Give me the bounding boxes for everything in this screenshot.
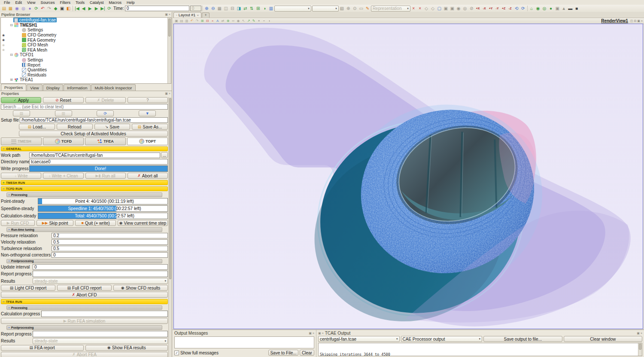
copy-properties-button[interactable]: ▤ [13,110,30,116]
open-file-icon[interactable]: ▤ [1,5,7,12]
save-defaults-button[interactable]: ▼ [139,110,156,116]
work-path-input[interactable] [29,153,160,158]
reset-button[interactable]: ⊘Reset [43,97,83,103]
pipeline-tree-item[interactable]: Report [1,62,171,67]
rv-text-icon[interactable]: A [215,18,220,24]
rv-remove-icon[interactable]: ⊟ [205,18,210,24]
stream-select-combo[interactable]: CAE Processor output▾ [401,336,483,342]
help-button[interactable]: ? [128,97,168,103]
fea-results-combo[interactable]: steady-state▾ [33,338,168,344]
properties-scrollbar[interactable] [168,97,172,357]
undock-icon[interactable]: ▣ [165,92,168,95]
quit-write-button[interactable]: ■Quit (+ write) [75,220,115,226]
pipeline-tree-item[interactable]: Quantities [1,67,171,73]
tuning-field-input[interactable] [52,233,168,238]
menu-item[interactable]: Catalyst [88,0,106,5]
color-by-icon[interactable]: ▦ [216,5,223,12]
zoom-closest-icon[interactable]: ● [548,5,554,12]
view-current-time-step-button[interactable]: ◉View current time step [118,220,168,226]
rescale-custom-icon[interactable]: ◨ [236,5,242,12]
time-input[interactable] [125,6,189,11]
hover-points-icon[interactable]: ◎ [462,5,468,12]
tree-expander-icon[interactable]: ⊞ [9,78,13,82]
menu-item[interactable]: File [2,0,12,5]
undock-icon[interactable]: ▣ [165,13,168,16]
log-scrollbar[interactable] [638,343,642,356]
menu-item[interactable]: Tools [73,0,87,5]
panel-tab[interactable]: Properties [1,84,26,91]
panel-tab[interactable]: Multi-block Inspector [91,84,135,91]
show-full-messages-checkbox[interactable]: ✓ [174,351,179,355]
write-button[interactable]: ↓Write [1,173,41,179]
prev-frame-icon[interactable]: ◀ [80,5,87,12]
render-viewport-3d[interactable] [173,24,643,329]
abort-all-button[interactable]: ✗Abort all [128,173,168,179]
skip-point-button[interactable]: ▶▶Skip point [36,220,74,226]
panel-tab[interactable]: View [27,84,42,91]
split-vertical-icon[interactable]: ⊟ [634,19,636,23]
reload-button[interactable]: Reload [57,124,93,130]
split-horizontal-icon[interactable]: ◫ [630,19,633,23]
panel-tab[interactable]: Display [43,84,63,91]
camera-minus-y-icon[interactable]: -Y [494,5,501,12]
pipeline-tree-item[interactable]: FEA Geometry [1,37,171,43]
reset-camera-icon[interactable]: ⌂ [529,5,535,12]
close-icon[interactable]: × [313,332,314,335]
pipeline-tree-item[interactable]: CFD Geometry [1,33,171,38]
rv-swap-icon[interactable]: ⇄ [220,18,225,24]
paste-properties-button[interactable]: ▥ [55,110,72,116]
section-general[interactable]: −GENERAL [1,146,168,151]
clear-selection-icon[interactable]: ⊘ [468,5,475,12]
save-output-to-file-button[interactable]: Save output to file... [483,336,562,342]
representation-combo[interactable]: Representation▾ [371,6,410,12]
fea-report-button[interactable]: ▤FEA report [1,345,84,351]
play-icon[interactable]: ▶ [87,5,93,12]
undock-icon[interactable]: ▣ [309,332,312,335]
output-messages-text[interactable] [174,336,314,348]
close-view-icon[interactable]: × [641,19,643,23]
screenshot-icon[interactable]: ▣ [59,5,65,12]
tuning-field-input[interactable] [52,239,168,245]
rv-measure-icon[interactable]: ↗ [246,18,251,24]
rescale-time-icon[interactable]: ⇅ [249,5,255,12]
probe-location-icon[interactable]: ⊙ [352,5,358,12]
tcae-output-log[interactable]: Skipping iterations 3644 to 4500 Writing… [318,343,642,356]
subsection-cfd-processing[interactable]: −Processing [6,192,162,197]
rotate-ccw-90-icon[interactable]: ⟲ [513,5,520,12]
color-palette-icon[interactable]: ◧ [65,5,72,12]
section-tcfd-run[interactable]: −TCFD RUN [1,186,168,191]
tree-expander-icon[interactable]: ⊟ [9,23,13,27]
camera-plus-y-icon[interactable]: +Y [488,5,494,12]
subsection-cfd-postprocessing[interactable]: −Postprocessing [6,259,162,264]
check-setup-button[interactable]: Check Setup of Activated Modules [19,131,168,137]
show-fea-results-button[interactable]: ◉Show FEA results [85,345,168,351]
visibility-eye-icon[interactable] [1,38,6,42]
pipeline-tree-item[interactable]: Settings [1,27,171,33]
directory-name-input[interactable] [29,159,168,165]
rv-camera-icon[interactable]: ▣ [174,18,179,24]
rv-annotate-icon[interactable]: ✎ [251,18,256,24]
close-icon[interactable]: × [169,13,170,16]
load-button[interactable]: ▤Load... [19,124,55,130]
abort-fea-button[interactable]: ✗Abort FEA [1,352,168,357]
rv-link-icon[interactable]: ∞ [231,18,236,24]
undo-icon[interactable]: ↶ [39,5,46,12]
pick-center-icon[interactable]: ■ [574,5,580,12]
legend-visibility-icon[interactable]: ◑ [261,5,268,12]
catalyst-pause-icon[interactable]: ◎ [20,5,27,12]
menu-item[interactable]: Filters [58,0,73,5]
abort-cfd-button[interactable]: ✗Abort CFD [1,292,168,298]
layout-tab[interactable]: ▫ Layout #1 × [173,12,201,18]
pipeline-tree-item[interactable]: centrifugal-fan.tcae [1,18,171,23]
loop-icon[interactable]: ⟳ [106,5,112,12]
visibility-eye-icon[interactable] [1,43,6,47]
pipeline-tree-item[interactable]: FEA Mesh [1,48,171,53]
run-all-button[interactable]: ▶▮Run all [85,173,126,179]
hover-cells-icon[interactable]: ◉ [456,5,462,12]
subsection-fea-processing[interactable]: −Processing [6,305,162,310]
pipeline-tree-item[interactable]: CFD Mesh [1,43,171,48]
camera-plus-x-icon[interactable]: +X [475,5,481,12]
menu-item[interactable]: View [25,0,37,5]
reset-camera-closest-icon[interactable]: ◉ [535,5,541,12]
select-cells-rect-icon[interactable]: × [410,5,417,12]
